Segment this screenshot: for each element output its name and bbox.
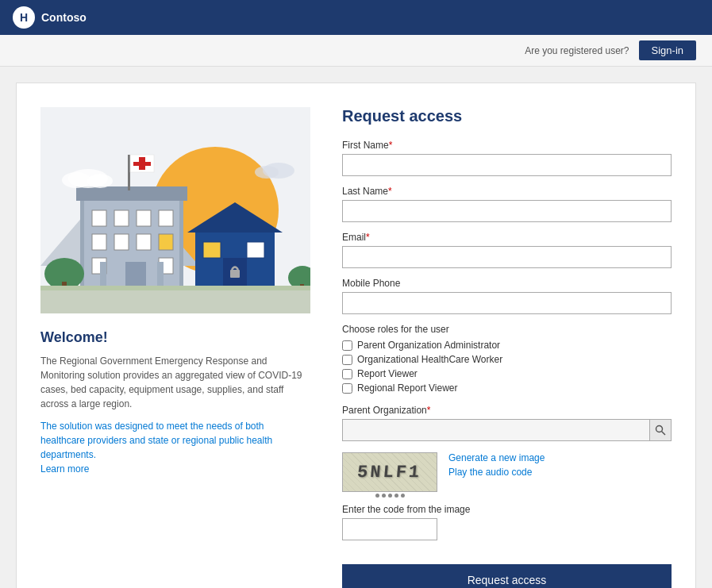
- role-label-report-viewer: Report Viewer: [357, 368, 418, 379]
- subheader: Are you registered user? Sign-in: [0, 35, 712, 67]
- svg-rect-27: [247, 242, 264, 258]
- role-checkbox-healthcare-worker[interactable]: [342, 355, 352, 365]
- svg-rect-15: [92, 234, 106, 250]
- svg-rect-18: [159, 234, 173, 250]
- signin-button[interactable]: Sign-in: [639, 40, 696, 60]
- captcha-code-label: Enter the code from the image: [342, 504, 672, 515]
- captcha-code-input[interactable]: [342, 518, 437, 540]
- parent-org-row: [342, 419, 672, 441]
- svg-point-38: [255, 166, 279, 179]
- roles-section: Choose roles for the user Parent Organiz…: [342, 324, 672, 394]
- svg-rect-16: [114, 234, 129, 250]
- captcha-section: 5NLF1 Generate a new image Play the audi: [342, 452, 672, 540]
- role-label-regional-report-viewer: Regional Report Viewer: [357, 382, 458, 394]
- role-label-healthcare-worker: Organizational HealthCare Worker: [357, 354, 502, 365]
- email-input[interactable]: [342, 246, 672, 268]
- email-label: Email*: [342, 232, 672, 243]
- parent-org-search-button[interactable]: [649, 419, 672, 441]
- play-audio-link[interactable]: Play the audio code: [448, 467, 545, 478]
- captcha-image-wrapper: 5NLF1: [342, 452, 437, 498]
- captcha-dot: [388, 494, 392, 498]
- svg-rect-26: [203, 242, 221, 258]
- captcha-dot: [375, 494, 379, 498]
- page-inner: Welcome! The Regional Government Emergen…: [16, 83, 696, 588]
- svg-point-41: [656, 426, 663, 432]
- mobile-phone-input[interactable]: [342, 292, 672, 314]
- captcha-links: Generate a new image Play the audio code: [448, 452, 545, 478]
- svg-rect-21: [125, 262, 146, 290]
- brand-logo: H: [13, 6, 35, 29]
- parent-org-label: Parent Organization*: [342, 405, 672, 416]
- email-group: Email*: [342, 232, 672, 268]
- svg-rect-39: [40, 288, 310, 313]
- role-item-regional-report-viewer: Regional Report Viewer: [342, 382, 672, 394]
- welcome-desc2: The solution was designed to meet the ne…: [40, 419, 310, 476]
- illustration: [40, 107, 310, 313]
- first-name-group: First Name*: [342, 140, 672, 176]
- captcha-dot: [401, 494, 405, 498]
- brand: H Contoso: [13, 6, 87, 29]
- svg-rect-23: [157, 262, 164, 290]
- role-checkbox-parent-org-admin[interactable]: [342, 340, 352, 351]
- parent-org-group: Parent Organization*: [342, 405, 672, 441]
- svg-rect-29: [230, 270, 240, 278]
- welcome-desc1: The Regional Government Emergency Respon…: [40, 354, 310, 411]
- page-wrapper: Welcome! The Regional Government Emergen…: [0, 67, 712, 588]
- brand-title: Contoso: [41, 11, 87, 24]
- left-panel: Welcome! The Regional Government Emergen…: [40, 107, 310, 588]
- svg-rect-14: [159, 210, 173, 226]
- search-icon: [655, 425, 666, 436]
- registered-question: Are you registered user?: [525, 45, 629, 56]
- first-name-label: First Name*: [342, 140, 672, 151]
- navbar: H Contoso: [0, 0, 712, 35]
- role-item-report-viewer: Report Viewer: [342, 368, 672, 379]
- request-access-button[interactable]: Request access: [342, 564, 672, 588]
- role-item-healthcare-worker: Organizational HealthCare Worker: [342, 354, 672, 365]
- captcha-row: 5NLF1 Generate a new image Play the audi: [342, 452, 672, 498]
- svg-point-35: [62, 172, 90, 188]
- right-panel: Request access First Name* Last Name* Em…: [334, 107, 672, 588]
- svg-rect-13: [137, 210, 151, 226]
- form-title: Request access: [342, 107, 672, 125]
- role-label-parent-org-admin: Parent Organization Administrator: [357, 340, 500, 351]
- svg-rect-6: [76, 186, 187, 201]
- svg-rect-10: [133, 162, 151, 166]
- learn-more-link[interactable]: Learn more: [40, 463, 89, 475]
- last-name-group: Last Name*: [342, 186, 672, 222]
- welcome-title: Welcome!: [40, 329, 310, 346]
- mobile-phone-label: Mobile Phone: [342, 278, 672, 289]
- svg-rect-22: [100, 262, 106, 290]
- mobile-phone-group: Mobile Phone: [342, 278, 672, 314]
- last-name-label: Last Name*: [342, 186, 672, 197]
- svg-rect-17: [137, 234, 151, 250]
- svg-rect-11: [92, 210, 106, 226]
- captcha-dot: [394, 494, 398, 498]
- generate-new-image-link[interactable]: Generate a new image: [448, 452, 545, 463]
- captcha-dot: [382, 494, 386, 498]
- parent-org-input[interactable]: [342, 419, 649, 441]
- last-name-input[interactable]: [342, 200, 672, 222]
- svg-line-42: [662, 432, 666, 436]
- captcha-value: 5NLF1: [356, 463, 422, 482]
- role-checkbox-regional-report-viewer[interactable]: [342, 383, 352, 394]
- captcha-image: 5NLF1: [342, 452, 437, 492]
- captcha-dots: [342, 494, 437, 498]
- role-item-parent-org-admin: Parent Organization Administrator: [342, 340, 672, 351]
- svg-rect-12: [114, 210, 129, 226]
- roles-label: Choose roles for the user: [342, 324, 672, 335]
- role-checkbox-report-viewer[interactable]: [342, 369, 352, 379]
- svg-point-36: [87, 174, 113, 188]
- svg-rect-40: [40, 286, 310, 290]
- svg-rect-7: [128, 155, 130, 190]
- first-name-input[interactable]: [342, 154, 672, 176]
